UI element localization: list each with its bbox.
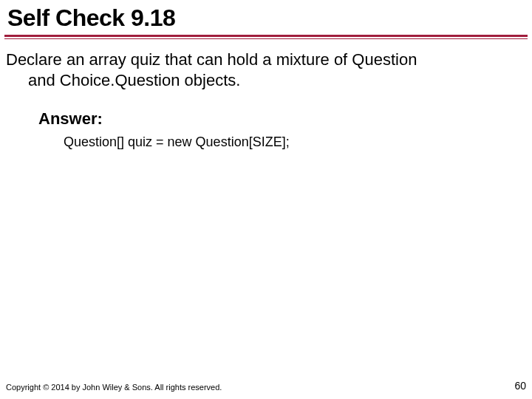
slide-title: Self Check 9.18 (0, 0, 532, 35)
title-rule-thin (4, 38, 528, 39)
prompt-text: Declare an array quiz that can hold a mi… (0, 50, 532, 90)
answer-code: Question[] quiz = new Question[SIZE]; (0, 129, 532, 150)
page-number: 60 (514, 380, 526, 392)
footer: Copyright © 2014 by John Wiley & Sons. A… (6, 380, 526, 392)
answer-label: Answer: (0, 90, 532, 129)
copyright-text: Copyright © 2014 by John Wiley & Sons. A… (6, 383, 222, 392)
prompt-line-2: and Choice.Question objects. (6, 70, 523, 91)
prompt-line-1: Declare an array quiz that can hold a mi… (6, 50, 417, 69)
title-rule-thick (4, 35, 528, 37)
